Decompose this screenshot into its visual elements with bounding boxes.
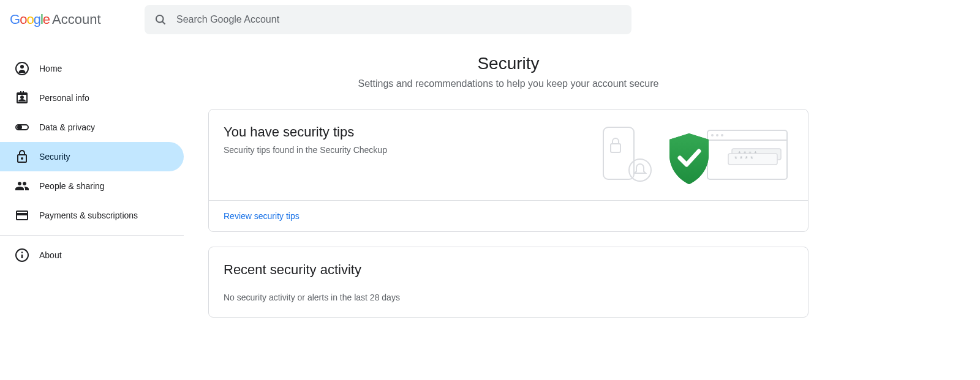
sidebar-item-label: About [39, 250, 62, 260]
recent-activity-card: Recent security activity No security act… [208, 247, 809, 318]
personal-info-icon [15, 91, 29, 105]
google-logo: Google [10, 12, 50, 28]
search-icon [154, 13, 167, 26]
sidebar-item-label: Personal info [39, 93, 89, 103]
svg-point-11 [629, 159, 651, 181]
sidebar-divider [0, 235, 184, 236]
tips-card-title: You have security tips [224, 124, 387, 140]
svg-point-0 [156, 15, 164, 23]
svg-point-16 [721, 134, 723, 136]
svg-point-5 [17, 125, 22, 130]
svg-line-1 [162, 21, 165, 24]
payments-icon [15, 208, 29, 223]
sidebar-item-personal-info[interactable]: Personal info [0, 83, 184, 113]
svg-rect-10 [611, 144, 620, 152]
main-content: Security Settings and recommendations to… [184, 39, 833, 347]
svg-point-14 [711, 134, 714, 136]
page-subtitle: Settings and recommendations to help you… [208, 78, 809, 89]
security-icon [15, 149, 29, 164]
data-privacy-icon [15, 120, 29, 135]
svg-point-3 [20, 65, 24, 69]
activity-card-description: No security activity or alerts in the la… [224, 292, 793, 302]
security-illustration: **** **** [597, 124, 793, 185]
sidebar-item-home[interactable]: Home [0, 54, 184, 83]
search-input[interactable] [176, 14, 622, 25]
svg-text:****: **** [734, 155, 756, 163]
sidebar-item-label: Home [39, 64, 62, 73]
sidebar: Home Personal info Data & privacy [0, 39, 184, 347]
people-sharing-icon [15, 179, 29, 193]
home-icon [15, 61, 29, 76]
sidebar-item-label: Payments & subscriptions [39, 210, 138, 220]
activity-card-title: Recent security activity [224, 262, 793, 278]
sidebar-item-label: People & sharing [39, 181, 105, 191]
search-container[interactable] [145, 5, 631, 34]
review-security-tips-link[interactable]: Review security tips [224, 211, 300, 221]
tips-card-description: Security tips found in the Security Chec… [224, 145, 387, 155]
sidebar-item-label: Data & privacy [39, 122, 95, 132]
logo-product: Account [52, 12, 101, 28]
sidebar-item-payments[interactable]: Payments & subscriptions [0, 201, 184, 230]
svg-point-15 [716, 134, 718, 136]
header: Google Account [0, 0, 980, 39]
page-title: Security [208, 54, 809, 73]
sidebar-item-about[interactable]: About [0, 240, 184, 270]
sidebar-item-data-privacy[interactable]: Data & privacy [0, 113, 184, 142]
security-tips-card: You have security tips Security tips fou… [208, 109, 809, 232]
logo[interactable]: Google Account [10, 12, 145, 28]
svg-point-8 [21, 251, 23, 253]
sidebar-item-people-sharing[interactable]: People & sharing [0, 171, 184, 201]
sidebar-item-label: Security [39, 152, 70, 162]
sidebar-item-security[interactable]: Security [0, 142, 184, 171]
info-icon [15, 248, 29, 263]
